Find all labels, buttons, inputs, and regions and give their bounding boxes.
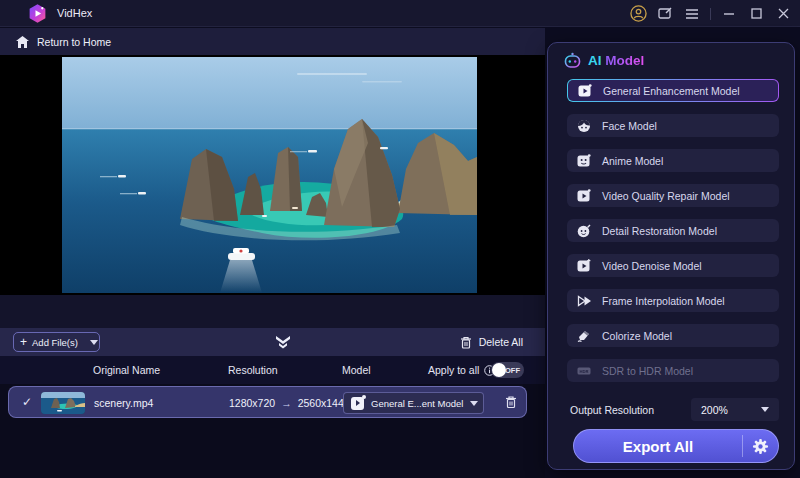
add-files-label: Add File(s) [32,337,78,348]
hdr-badge-icon: HDR [577,364,591,378]
robot-icon [564,52,581,68]
export-settings-button[interactable] [743,438,778,455]
play-plus-icon [577,259,591,273]
sidebar-item-frame-interpolation-model[interactable]: Frame Interpolation Model [567,289,779,312]
play-sparkle-icon [351,397,364,410]
titlebar: VidHex [0,0,800,27]
play-sparkle-icon [577,189,591,203]
menu-icon[interactable] [683,5,701,23]
column-original-name: Original Name [93,364,160,376]
app-logo-icon [27,3,48,24]
file-table-body: ✓ scenery.mp4 1280x720 → 2560x1440 [0,384,545,478]
collapse-panel-button[interactable] [274,335,292,349]
export-all-button[interactable]: Export All [573,429,779,463]
sidebar-item-label: Detail Restoration Model [602,225,717,237]
file-name: scenery.mp4 [94,397,153,409]
feedback-icon[interactable] [656,5,674,23]
return-home-bar[interactable]: Return to Home [0,28,545,55]
row-delete-button[interactable] [505,395,517,413]
sidebar-item-anime-model[interactable]: Anime Model [567,149,779,172]
sidebar-item-label: Video Quality Repair Model [602,190,730,202]
sidebar-item-sdr-to-hdr-model[interactable]: HDR SDR to HDR Model [567,359,779,382]
output-resolution-dropdown[interactable]: 200% [691,398,779,421]
vidhex-window: VidHex Return to Home [0,0,800,478]
source-resolution: 1280x720 [229,397,275,409]
account-icon[interactable] [629,5,647,23]
sidebar-item-label: SDR to HDR Model [602,365,693,377]
row-model-value: General E...ent Model [371,398,463,409]
sidebar-item-face-model[interactable]: Face Model [567,114,779,137]
double-play-icon [577,294,591,308]
apply-to-all-label: Apply to all [428,364,479,376]
table-row[interactable]: ✓ scenery.mp4 1280x720 → 2560x1440 [8,386,527,418]
output-resolution-label: Output Resolution [570,404,654,416]
close-button[interactable] [774,5,792,23]
file-resolution: 1280x720 → 2560x1440 [229,397,350,409]
target-resolution: 2560x1440 [298,397,350,409]
sidebar-item-label: Video Denoise Model [602,260,702,272]
export-all-label: Export All [574,438,742,455]
delete-all-button[interactable]: Delete All [460,332,523,352]
home-icon [16,36,29,48]
panel-title: AI Model [588,53,644,68]
sidebar-item-video-quality-repair-model[interactable]: Video Quality Repair Model [567,184,779,207]
chevron-down-icon [90,340,98,345]
sidebar-item-detail-restoration-model[interactable]: Detail Restoration Model [567,219,779,242]
sidebar-item-label: Colorize Model [602,330,672,342]
maximize-button[interactable] [747,5,765,23]
video-stage [0,55,545,295]
add-files-button[interactable]: + Add File(s) [13,332,100,352]
video-preview[interactable] [62,57,477,293]
plus-icon: + [20,336,27,348]
svg-text:HDR: HDR [579,369,588,374]
toggle-knob [492,363,506,377]
row-selected-check-icon[interactable]: ✓ [22,395,32,409]
sidebar-item-colorize-model[interactable]: Colorize Model [567,324,779,347]
playback-bar: 00:00:00.00/00:00:15.00 Preview [0,295,545,328]
apply-to-all-toggle[interactable]: OFF [491,362,524,378]
sidebar-item-label: Face Model [602,120,657,132]
column-resolution: Resolution [228,364,278,376]
return-home-label: Return to Home [37,36,111,48]
delete-all-label: Delete All [479,336,523,348]
video-thumbnail [41,392,85,414]
sidebar-item-label: Anime Model [602,155,663,167]
chevron-down-icon [761,407,769,412]
row-model-dropdown[interactable]: General E...ent Model [343,392,484,414]
anime-face-icon [577,154,591,168]
palette-icon [577,329,591,343]
play-sparkle-icon [578,84,592,98]
minimize-button[interactable] [720,5,738,23]
face-icon [577,119,591,133]
window-controls-divider [710,8,711,20]
output-resolution-value: 200% [701,404,761,416]
ai-model-header: AI Model [564,52,644,68]
ai-model-panel: AI Model General Enhancement Model Face … [547,42,795,470]
detail-face-icon [577,224,591,238]
gear-icon [752,438,769,455]
file-table-header: Original Name Resolution Model Apply to … [0,356,545,384]
app-title: VidHex [57,7,92,19]
chevron-down-icon [470,401,478,406]
sidebar-item-label: Frame Interpolation Model [602,295,725,307]
trash-icon [460,336,472,349]
sidebar-item-video-denoise-model[interactable]: Video Denoise Model [567,254,779,277]
sidebar-item-general-enhancement-model[interactable]: General Enhancement Model [567,79,779,102]
column-model: Model [342,364,371,376]
sidebar-item-label: General Enhancement Model [603,85,740,97]
toggle-state-label: OFF [505,366,520,375]
file-toolbar: + Add File(s) Delete All [0,328,545,356]
arrow-right-icon: → [281,397,292,409]
